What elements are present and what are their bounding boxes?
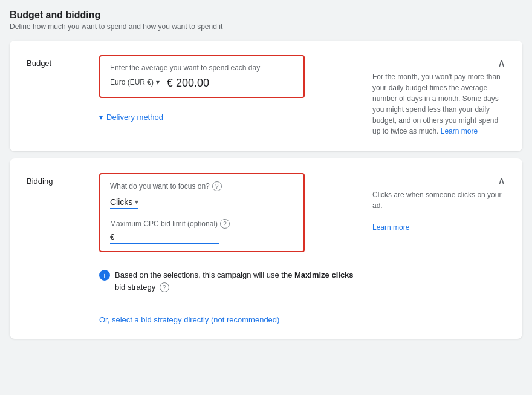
budget-card-row: Budget Enter the average you want to spe… [27,55,505,137]
info-text-suffix: bid strategy [115,282,158,292]
cpc-input[interactable] [115,232,212,241]
budget-content: Enter the average you want to spend each… [99,55,358,122]
select-bid-strategy-link[interactable]: Or, select a bid strategy directly (not … [99,315,279,324]
currency-label: Euro (EUR €) [110,78,154,87]
budget-currency-row: Euro (EUR €) ▾ € 200.00 [110,77,294,90]
budget-label: Budget [27,55,99,68]
focus-help-icon[interactable]: ? [212,181,222,191]
clicks-dropdown-arrow-icon: ▾ [135,198,138,206]
info-icon: i [99,270,110,281]
delivery-method-toggle[interactable]: ▾ Delivery method [99,113,358,122]
page-header: Budget and bidding Define how much you w… [10,10,522,31]
cpc-help-icon[interactable]: ? [220,219,230,229]
budget-amount: € 200.00 [167,77,209,90]
bidding-collapse-icon[interactable]: ∧ [498,173,505,189]
focus-label-text: What do you want to focus on? [110,182,210,191]
bidding-card: Bidding What do you want to focus on? ? … [10,158,522,339]
cpc-currency-symbol: € [110,232,114,241]
budget-hint-top-row: ∧ [372,55,505,71]
budget-learn-more-link[interactable]: Learn more [441,127,478,135]
budget-currency-symbol: € [167,77,173,89]
budget-hint: ∧ For the month, you won't pay more than… [372,55,505,137]
bidding-label: Bidding [27,173,99,186]
bidding-card-row: Bidding What do you want to focus on? ? … [27,173,505,324]
currency-dropdown-icon: ▾ [156,78,160,87]
info-text-prefix: Based on the selections, this campaign w… [115,270,292,279]
bidding-input-box: What do you want to focus on? ? Clicks ▾… [99,173,305,252]
info-banner: i Based on the selections, this campaign… [99,264,358,298]
bidding-hint-text: Clicks are when someone clicks on your a… [372,191,501,210]
delivery-chevron-icon: ▾ [99,113,103,122]
clicks-value: Clicks [110,197,132,207]
budget-input-label: Enter the average you want to spend each… [110,64,294,72]
clicks-dropdown[interactable]: Clicks ▾ [110,197,138,209]
budget-collapse-icon[interactable]: ∧ [498,55,505,71]
info-banner-text: Based on the selections, this campaign w… [115,269,358,293]
currency-select[interactable]: Euro (EUR €) ▾ [110,78,160,88]
divider [99,305,358,305]
budget-amount-value: 200.00 [176,77,209,89]
cpc-input-row: € [110,232,219,244]
bidding-content: What do you want to focus on? ? Clicks ▾… [99,173,358,324]
info-text-bold: Maximize clicks [294,270,354,279]
budget-hint-text: For the month, you won't pay more than y… [372,73,501,135]
budget-input-box: Enter the average you want to spend each… [99,55,305,98]
page-title: Budget and bidding [10,10,522,21]
cpc-label-text: Maximum CPC bid limit (optional) [110,220,218,228]
delivery-method-label: Delivery method [106,113,163,122]
page-subtitle: Define how much you want to spend and ho… [10,22,522,31]
bidding-hint-top-row: ∧ [372,173,505,189]
bidding-learn-more-link[interactable]: Learn more [372,223,409,232]
info-strategy-help-icon[interactable]: ? [160,282,169,292]
budget-card: Budget Enter the average you want to spe… [10,41,522,151]
bidding-hint: ∧ Clicks are when someone clicks on your… [372,173,505,233]
cpc-label-row: Maximum CPC bid limit (optional) ? [110,219,294,229]
focus-label: What do you want to focus on? ? [110,181,294,191]
